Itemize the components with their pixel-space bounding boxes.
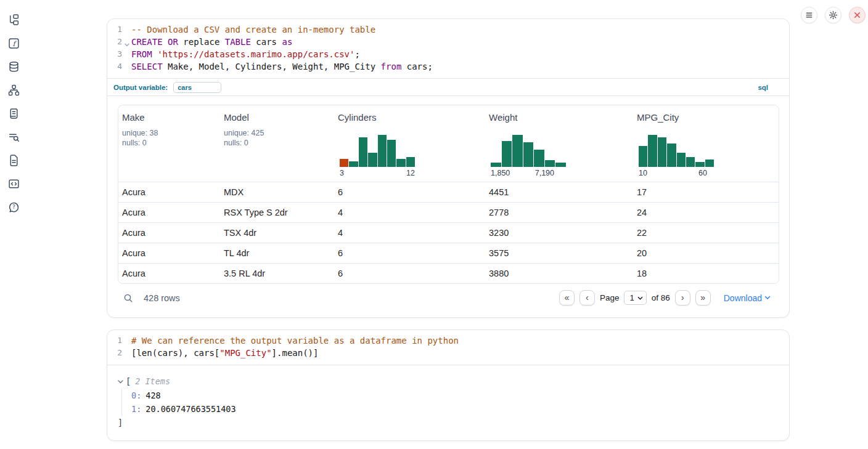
table-cell: 3.5 RL 4dr [220, 269, 334, 278]
histogram-bar [368, 153, 377, 167]
list-item: 1:20.060747663551403 [131, 402, 779, 416]
dependency-graph-icon [8, 84, 20, 96]
sql-code-editor[interactable]: 1-- Download a CSV and create an in-memo… [107, 19, 789, 78]
code-text: FROM 'https://datasets.marimo.app/cars.c… [122, 48, 360, 60]
table-search-button[interactable] [123, 293, 133, 303]
item-value: 428 [145, 390, 160, 400]
sql-cell: 1-- Download a CSV and create an in-memo… [107, 18, 790, 318]
gear-icon [829, 10, 838, 20]
help-icon: ? [8, 201, 20, 213]
sidebar-documentation-button[interactable] [7, 154, 20, 166]
prev-page-button[interactable]: ‹ [579, 290, 595, 305]
table-cell: TL 4dr [220, 248, 334, 258]
line-number: 2 [107, 347, 122, 359]
histogram-bar [667, 144, 676, 167]
histogram-bar [639, 146, 647, 167]
settings-button[interactable] [825, 7, 841, 23]
histogram-bar [378, 135, 387, 167]
item-index: 1: [131, 404, 141, 414]
histogram-axis-labels: 312 [340, 169, 415, 177]
column-title: MPG_City [637, 112, 779, 123]
page-select[interactable]: 1 [624, 291, 646, 305]
column-header-mpg_city[interactable]: MPG_City1060 [633, 105, 779, 182]
column-title: Make [122, 112, 220, 123]
table-cell: Acura [118, 208, 220, 217]
close-bracket: ] [118, 416, 779, 429]
sidebar-scratchpad-button[interactable] [7, 107, 20, 119]
column-histogram: 312 [340, 135, 415, 182]
histogram-bar [686, 157, 695, 167]
column-header-make[interactable]: Makeunique: 38nulls: 0 [118, 105, 220, 182]
column-histogram: 1,8507,190 [491, 135, 566, 182]
table-row[interactable]: AcuraTL 4dr6357520 [118, 243, 779, 263]
column-header-cylinders[interactable]: Cylinders312 [334, 105, 485, 182]
fold-chevron-icon[interactable] [125, 38, 129, 51]
tree-collapse-chevron-icon[interactable] [118, 380, 123, 384]
histogram-bar [545, 160, 555, 167]
python-code-editor[interactable]: 1# We can reference the output variable … [107, 330, 789, 365]
table-row[interactable]: AcuraTSX 4dr4323022 [118, 222, 779, 243]
histogram-bar [349, 161, 358, 167]
sidebar-help-button[interactable]: ? [7, 201, 20, 213]
code-line: 4SELECT Make, Model, Cylinders, Weight, … [107, 60, 789, 73]
topbar [801, 7, 866, 23]
column-title: Model [224, 112, 334, 123]
menu-button[interactable] [801, 7, 817, 23]
list-item: 0:428 [131, 389, 779, 402]
code-line: 1-- Download a CSV and create an in-memo… [107, 23, 789, 36]
histogram-bar [396, 159, 405, 167]
table-cell: Acura [118, 228, 220, 238]
next-page-button[interactable]: › [675, 290, 690, 305]
column-header-model[interactable]: Modelunique: 425nulls: 0 [220, 105, 334, 182]
table-cell: 24 [633, 208, 779, 217]
sidebar-variables-button[interactable]: f [7, 37, 20, 49]
sidebar: f [0, 0, 27, 213]
chevron-down-icon [637, 296, 643, 300]
histogram-bar [658, 137, 666, 167]
code-text: # We can reference the output variable a… [122, 334, 459, 347]
database-icon [8, 61, 20, 73]
table-row[interactable]: Acura3.5 RL 4dr6388018 [118, 263, 779, 283]
download-button[interactable]: Download [724, 293, 771, 303]
sidebar-logs-button[interactable] [7, 131, 20, 143]
table-cell: 18 [633, 269, 779, 278]
histogram-bar [648, 135, 657, 167]
table-cell: 17 [633, 187, 779, 197]
python-cell-output: [ 2 Items 0:428 1:20.060747663551403 ] [107, 365, 789, 440]
histogram-bar [340, 159, 348, 167]
histogram-axis-labels: 1,8507,190 [491, 169, 566, 177]
document-icon [8, 155, 20, 166]
table-row[interactable]: AcuraMDX6445117 [118, 182, 779, 202]
sidebar-dependency-graph-button[interactable] [7, 84, 20, 96]
code-snippets-icon [8, 178, 20, 190]
column-title: Weight [489, 112, 633, 123]
row-count: 428 rows [144, 293, 180, 303]
code-text: SELECT Make, Model, Cylinders, Weight, M… [122, 60, 433, 73]
table-cell: Acura [118, 269, 220, 278]
table-row[interactable]: AcuraRSX Type S 2dr4277824 [118, 202, 779, 222]
histogram-bar [406, 157, 415, 167]
sidebar-snippets-button[interactable] [7, 177, 20, 190]
open-bracket: [ [126, 375, 131, 388]
shutdown-button[interactable] [849, 7, 866, 23]
histogram-bar [534, 150, 544, 167]
log-search-icon [8, 131, 20, 143]
python-cell: 1# We can reference the output variable … [107, 330, 790, 441]
table-cell: Acura [118, 187, 220, 197]
sidebar-data-sources-button[interactable] [7, 60, 20, 73]
column-header-weight[interactable]: Weight1,8507,190 [485, 105, 633, 182]
close-icon [853, 11, 861, 19]
output-variable-input[interactable] [173, 82, 221, 93]
last-page-button[interactable]: » [695, 290, 711, 305]
download-label: Download [724, 293, 762, 303]
histogram-bar [677, 153, 686, 167]
sidebar-file-explorer-button[interactable] [7, 14, 20, 26]
table-cell: MDX [220, 187, 334, 197]
column-title: Cylinders [338, 112, 485, 123]
first-page-button[interactable]: « [559, 290, 575, 305]
item-index: 0: [131, 390, 141, 400]
result-table: Makeunique: 38nulls: 0Modelunique: 425nu… [118, 105, 779, 284]
table-cell: 3230 [485, 228, 633, 238]
line-number: 4 [107, 60, 122, 73]
code-text: CREATE OR replace TABLE cars as [122, 36, 292, 48]
